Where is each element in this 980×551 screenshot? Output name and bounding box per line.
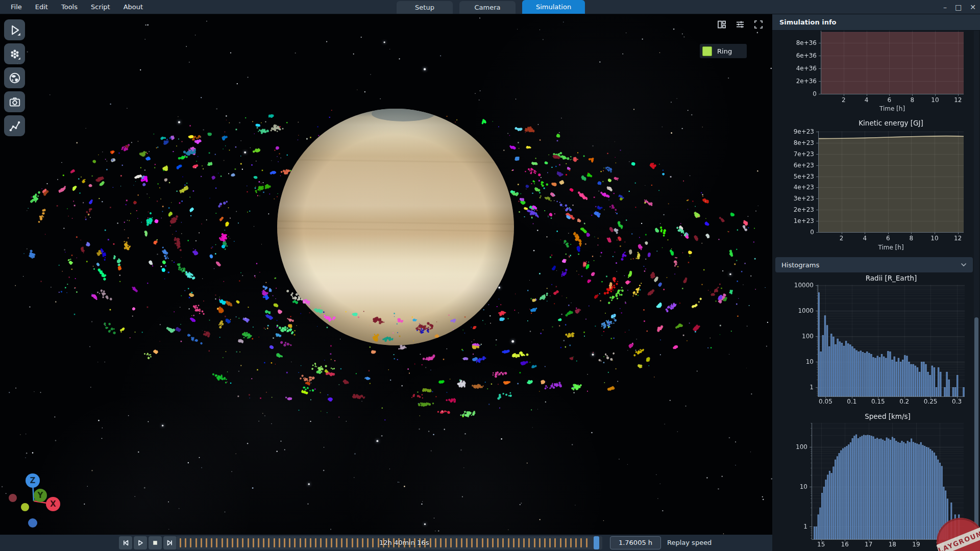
timeline-tick [190,538,191,547]
timeline-tick [258,538,259,547]
timeline-tick [195,538,197,547]
timeline-tick [570,538,572,547]
stop-icon [152,539,159,546]
globe-icon [8,71,21,85]
fullscreen-button[interactable] [753,19,764,32]
menu-about[interactable]: About [117,3,150,11]
skip-to-start-icon [122,539,129,546]
timeline-tick [320,538,322,547]
replay-speed-label: Replay speed [667,535,712,551]
timeline-tick [476,538,478,547]
sliders-icon [735,19,745,30]
timeline-tick [180,538,181,547]
skip-to-start-button[interactable] [119,536,132,549]
timeline-tick [294,538,296,547]
timeline-tick [362,538,363,547]
menu-bar: File Edit Tools Script About [4,0,150,14]
timeline-tick [518,538,520,547]
menu-tools[interactable]: Tools [55,3,84,11]
timeline-tick [274,538,275,547]
timeline-tick [284,538,285,547]
timeline-tick [456,538,457,547]
timeline-tick [242,538,243,547]
maximize-icon[interactable]: □ [955,3,962,11]
timeline-tick [289,538,290,547]
timeline-tick [513,538,514,547]
total-quantity-chart [772,31,973,114]
simulation-info-panel: Simulation info Histograms [772,14,980,551]
timeline-tick [253,538,254,547]
split-view-button[interactable] [717,19,727,32]
kinetic-energy-chart [772,115,973,254]
timeline-tick [549,538,551,547]
playback-bar: 12h 40min 16s 1.76005 h Replay speed [0,535,772,551]
main-tabs: Setup Camera Simulation [397,0,585,14]
timeline-tick [211,538,212,547]
timeline-tick [237,538,238,547]
world-button[interactable] [4,67,25,88]
timeline-tick [367,538,369,547]
tab-simulation[interactable]: Simulation [522,0,585,14]
timeline-tick [310,538,311,547]
timeline-tick [482,538,483,547]
timeline-tick [445,538,447,547]
tab-setup[interactable]: Setup [397,1,453,14]
timeline-tick [466,538,468,547]
timeline-tick [336,538,337,547]
histograms-section-header[interactable]: Histograms [775,257,973,272]
ring-legend-swatch [702,46,712,56]
menu-edit[interactable]: Edit [29,3,55,11]
stop-button[interactable] [149,536,162,549]
timeline-tick [560,538,561,547]
tab-camera[interactable]: Camera [459,1,516,14]
run-simulation-button[interactable] [4,19,25,40]
window-controls: – □ ✕ [943,0,976,14]
timeline-tick [227,538,228,547]
title-menu-bar: File Edit Tools Script About Setup Camer… [0,0,980,14]
timeline-tick [461,538,462,547]
plots-button[interactable] [4,115,25,136]
camera-settings-icon [8,95,21,109]
render-settings-button[interactable] [4,91,25,112]
playground-watermark: PLAYGROUND [924,508,980,551]
timeline-tick [248,538,249,547]
play-button[interactable] [134,536,147,549]
fullscreen-icon [753,19,764,30]
timeline-tick [341,538,342,547]
split-view-icon [717,19,727,30]
timeline-tick [580,538,582,547]
timeline-tick [508,538,509,547]
timeline-tick [357,538,358,547]
timeline-tick [346,538,348,547]
timeline-tick [502,538,504,547]
particles-button[interactable] [4,43,25,64]
panel-title: Simulation info [772,14,980,31]
timeline-tick [268,538,270,547]
axis-y-label: Y [37,491,44,500]
ring-legend[interactable]: Ring [700,44,747,58]
timeline-tick [222,538,223,547]
timeline-tick [586,538,587,547]
axis-gizmo[interactable]: Z Y X [3,472,66,531]
axis-z-label: Z [30,476,36,485]
panel-scrollbar-thumb[interactable] [974,317,978,537]
timeline-tick [539,538,541,547]
timeline-tick [372,538,374,547]
minimize-icon[interactable]: – [943,3,947,11]
timeline-tick [216,538,217,547]
viewport-3d-scene[interactable] [0,14,772,535]
skip-to-end-button[interactable] [163,536,177,549]
view-options-button[interactable] [735,19,745,32]
menu-script[interactable]: Script [84,3,117,11]
viewport-3d: Ring Z Y X [0,14,772,535]
timeline-tick [471,538,473,547]
close-icon[interactable]: ✕ [970,3,976,11]
current-time-field[interactable]: 1.76005 h [610,536,661,549]
axis-neg-y-ball [21,503,29,511]
menu-file[interactable]: File [4,3,29,11]
timeline-tick [440,538,442,547]
radii-histogram [772,273,973,409]
timeline-slider[interactable]: 12h 40min 16s [176,536,602,549]
timeline-tick [534,538,535,547]
timeline-playhead[interactable] [594,536,599,549]
